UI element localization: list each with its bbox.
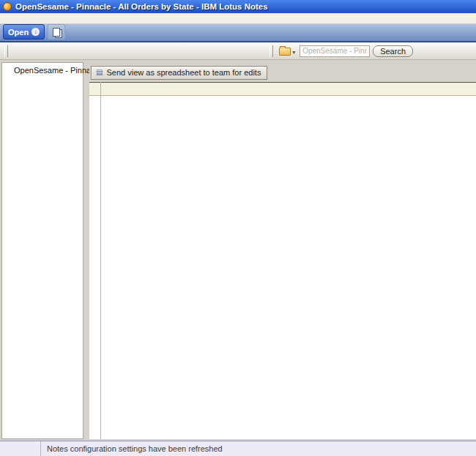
toolbar-grip[interactable]: [4, 45, 8, 57]
table-body: [89, 95, 476, 439]
status-segment[interactable]: [0, 441, 41, 456]
open-dropdown-icon: ↓: [31, 28, 40, 36]
send-view-button[interactable]: ▤ Send view as spreadsheet to team for e…: [91, 66, 267, 80]
search-button[interactable]: Search: [373, 45, 413, 57]
toolbar: ▾ Search: [0, 42, 476, 60]
sidebar: OpenSesame - Pinnacle: [1, 62, 83, 439]
title-bar: OpenSesame - Pinnacle - All Orders by St…: [0, 0, 476, 13]
search-input[interactable]: [300, 45, 370, 57]
status-message: Notes configuration settings have been r…: [41, 444, 223, 453]
menu-bar: [0, 13, 476, 24]
status-bar: Notes configuration settings have been r…: [0, 441, 476, 456]
main-area: OpenSesame - Pinnacle ▤ Send view as spr…: [0, 60, 476, 441]
spreadsheet-icon: ▤: [96, 68, 103, 76]
search-toolbar-grip[interactable]: [269, 45, 273, 57]
search-scope-folder-icon[interactable]: [279, 48, 291, 56]
open-button[interactable]: Open ↓: [3, 24, 45, 40]
orders-table: [89, 82, 476, 439]
window-title: OpenSesame - Pinnacle - All Orders by St…: [15, 2, 268, 11]
search-scope-dropdown-icon[interactable]: ▾: [292, 49, 295, 56]
table-header-row: [89, 82, 476, 96]
tab-bar: Open ↓: [0, 24, 476, 42]
send-view-button-label: Send view as spreadsheet to team for edi…: [106, 68, 261, 77]
view-pane: ▤ Send view as spreadsheet to team for e…: [89, 60, 476, 439]
pages-icon: [53, 28, 60, 37]
action-bar: ▤ Send view as spreadsheet to team for e…: [89, 64, 476, 81]
open-button-label: Open: [8, 28, 29, 37]
open-window-list-button[interactable]: [48, 24, 65, 40]
lotus-notes-app-icon: [3, 2, 12, 11]
sidebar-database-title: OpenSesame - Pinnacle: [2, 63, 83, 78]
